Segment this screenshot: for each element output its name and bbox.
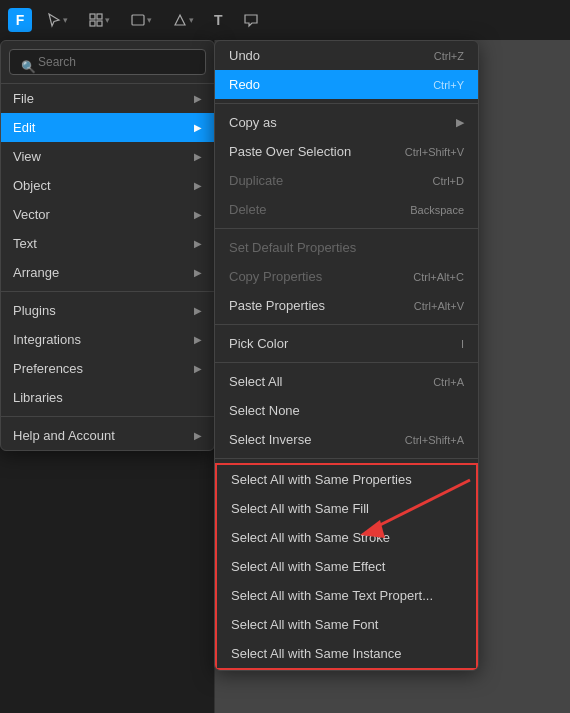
submenu-item-selectinverse[interactable]: Select Inverse Ctrl+Shift+A — [215, 425, 478, 454]
menu-item-file[interactable]: File ▶ — [1, 84, 214, 113]
menu-item-object[interactable]: Object ▶ — [1, 171, 214, 200]
shortcut-redo: Ctrl+Y — [433, 79, 464, 91]
submenu-item-selectallsameinstance[interactable]: Select All with Same Instance — [217, 639, 476, 668]
submenu-item-duplicate: Duplicate Ctrl+D — [215, 166, 478, 195]
svg-rect-3 — [97, 21, 102, 26]
shortcut-selectinverse: Ctrl+Shift+A — [405, 434, 464, 446]
chevron-right-icon: ▶ — [194, 334, 202, 345]
menu-item-integrations[interactable]: Integrations ▶ — [1, 325, 214, 354]
submenu-item-paste-label: Paste Over Selection — [229, 144, 351, 159]
submenu-item-pasteprops[interactable]: Paste Properties Ctrl+Alt+V — [215, 291, 478, 320]
sub-menu-separator — [215, 324, 478, 325]
menu-item-help[interactable]: Help and Account ▶ — [1, 421, 214, 450]
submenu-item-delete: Delete Backspace — [215, 195, 478, 224]
menu-item-view-label: View — [13, 149, 41, 164]
menu-item-libraries-label: Libraries — [13, 390, 63, 405]
pen-tool[interactable]: ▾ — [166, 8, 200, 32]
shortcut-pasteprops: Ctrl+Alt+V — [414, 300, 464, 312]
submenu-item-selectnone[interactable]: Select None — [215, 396, 478, 425]
menu-item-edit-label: Edit — [13, 120, 35, 135]
menu-item-object-label: Object — [13, 178, 51, 193]
menu-item-text[interactable]: Text ▶ — [1, 229, 214, 258]
comment-tool[interactable] — [237, 8, 265, 32]
submenu-item-label: Select All with Same Text Propert... — [231, 588, 433, 603]
submenu-item-copyprops-label: Copy Properties — [229, 269, 322, 284]
shortcut-undo: Ctrl+Z — [434, 50, 464, 62]
menu-separator — [1, 416, 214, 417]
submenu-item-label: Select All with Same Instance — [231, 646, 402, 661]
chevron-right-icon: ▶ — [194, 430, 202, 441]
menu-item-libraries[interactable]: Libraries — [1, 383, 214, 412]
shortcut-duplicate: Ctrl+D — [433, 175, 464, 187]
sub-menu-separator — [215, 458, 478, 459]
menu-overlay: 🔍 File ▶ Edit ▶ View ▶ Object ▶ Vector ▶ — [0, 40, 215, 451]
submenu-item-copyprops: Copy Properties Ctrl+Alt+C — [215, 262, 478, 291]
shortcut-delete: Backspace — [410, 204, 464, 216]
submenu-item-undo[interactable]: Undo Ctrl+Z — [215, 41, 478, 70]
frame-tool[interactable]: ▾ — [82, 8, 116, 32]
submenu-item-selectallsameeffect[interactable]: Select All with Same Effect — [217, 552, 476, 581]
sub-menu-separator — [215, 103, 478, 104]
svg-rect-0 — [90, 14, 95, 19]
menu-search-container: 🔍 — [1, 41, 214, 84]
shortcut-selectall: Ctrl+A — [433, 376, 464, 388]
submenu-item-pickcolor-label: Pick Color — [229, 336, 288, 351]
svg-rect-4 — [132, 15, 144, 25]
chevron-right-icon: ▶ — [194, 209, 202, 220]
text-tool[interactable]: T — [208, 8, 229, 32]
submenu-item-label: Select All with Same Effect — [231, 559, 385, 574]
shortcut-pickcolor: I — [461, 338, 464, 350]
submenu-item-pasteoverselection[interactable]: Paste Over Selection Ctrl+Shift+V — [215, 137, 478, 166]
menu-item-help-label: Help and Account — [13, 428, 115, 443]
menu-item-vector[interactable]: Vector ▶ — [1, 200, 214, 229]
submenu-item-pasteprops-label: Paste Properties — [229, 298, 325, 313]
submenu-item-redo-label: Redo — [229, 77, 260, 92]
svg-rect-2 — [90, 21, 95, 26]
submenu-item-selectall[interactable]: Select All Ctrl+A — [215, 367, 478, 396]
menu-item-plugins[interactable]: Plugins ▶ — [1, 296, 214, 325]
secondary-menu: Undo Ctrl+Z Redo Ctrl+Y Copy as ▶ Paste … — [214, 40, 479, 671]
submenu-item-redo[interactable]: Redo Ctrl+Y — [215, 70, 478, 99]
menu-item-preferences-label: Preferences — [13, 361, 83, 376]
shape-tool[interactable]: ▾ — [124, 8, 158, 32]
select-tool[interactable]: ▾ — [40, 8, 74, 32]
chevron-right-icon: ▶ — [194, 238, 202, 249]
shortcut-copyprops: Ctrl+Alt+C — [413, 271, 464, 283]
menu-item-preferences[interactable]: Preferences ▶ — [1, 354, 214, 383]
submenu-item-label: Select All with Same Font — [231, 617, 378, 632]
app-logo[interactable]: F — [8, 8, 32, 32]
submenu-item-selectall-label: Select All — [229, 374, 282, 389]
submenu-item-selectinverse-label: Select Inverse — [229, 432, 311, 447]
chevron-right-icon: ▶ — [194, 180, 202, 191]
submenu-item-selectnone-label: Select None — [229, 403, 300, 418]
chevron-right-icon: ▶ — [194, 122, 202, 133]
menu-item-file-label: File — [13, 91, 34, 106]
submenu-item-delete-label: Delete — [229, 202, 267, 217]
menu-item-plugins-label: Plugins — [13, 303, 56, 318]
submenu-item-duplicate-label: Duplicate — [229, 173, 283, 188]
menu-item-view[interactable]: View ▶ — [1, 142, 214, 171]
submenu-item-undo-label: Undo — [229, 48, 260, 63]
submenu-item-setdefault-label: Set Default Properties — [229, 240, 356, 255]
menu-item-arrange[interactable]: Arrange ▶ — [1, 258, 214, 287]
menu-item-text-label: Text — [13, 236, 37, 251]
menu-item-vector-label: Vector — [13, 207, 50, 222]
chevron-right-icon: ▶ — [194, 151, 202, 162]
menu-item-edit[interactable]: Edit ▶ — [1, 113, 214, 142]
svg-rect-1 — [97, 14, 102, 19]
submenu-item-copyas-label: Copy as — [229, 115, 277, 130]
shortcut-copyas: ▶ — [456, 116, 464, 129]
menu-item-arrange-label: Arrange — [13, 265, 59, 280]
submenu-item-pickcolor[interactable]: Pick Color I — [215, 329, 478, 358]
submenu-item-selectallsametextprop[interactable]: Select All with Same Text Propert... — [217, 581, 476, 610]
chevron-right-icon: ▶ — [194, 93, 202, 104]
shortcut-paste: Ctrl+Shift+V — [405, 146, 464, 158]
submenu-item-selectallsamefont[interactable]: Select All with Same Font — [217, 610, 476, 639]
search-input[interactable] — [9, 49, 206, 75]
menu-separator — [1, 291, 214, 292]
primary-menu: 🔍 File ▶ Edit ▶ View ▶ Object ▶ Vector ▶ — [0, 40, 215, 451]
chevron-right-icon: ▶ — [194, 305, 202, 316]
chevron-right-icon: ▶ — [194, 363, 202, 374]
chevron-right-icon: ▶ — [194, 267, 202, 278]
submenu-item-copyas[interactable]: Copy as ▶ — [215, 108, 478, 137]
